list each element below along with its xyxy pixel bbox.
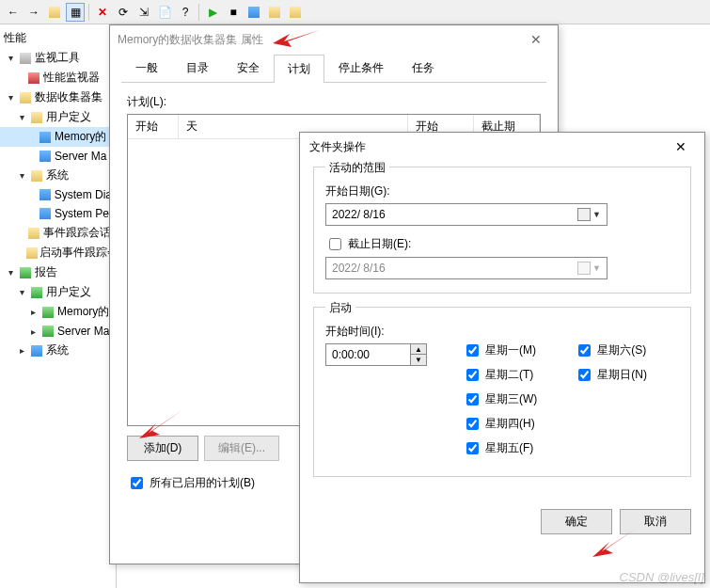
folder-dialog-titlebar[interactable]: 文件夹操作 ✕ [300, 133, 704, 161]
start-date-input[interactable]: 2022/ 8/16 ▼ [325, 203, 607, 226]
close-icon[interactable]: ✕ [522, 32, 550, 47]
save-icon[interactable] [265, 3, 284, 22]
grid-icon[interactable]: ▦ [66, 3, 85, 22]
up-icon[interactable] [45, 3, 64, 22]
start-time-input[interactable]: 0:00:00 ▲▼ [325, 343, 427, 366]
range-group-title: 活动的范围 [325, 160, 389, 176]
refresh-icon[interactable]: ⟳ [114, 3, 133, 22]
main-toolbar: ← → ▦ ✕ ⟳ ⇲ 📄 ? ▶ ■ [0, 0, 710, 24]
tree-reports[interactable]: ▾报告 [0, 262, 116, 282]
tree-startup-trace[interactable]: 启动事件跟踪会 [0, 243, 116, 262]
day-sun[interactable]: 星期日(N) [575, 366, 647, 384]
tree-memory-set2[interactable]: ▸Memory的 [0, 302, 116, 322]
tree-event-trace[interactable]: 事件跟踪会话 [0, 223, 116, 243]
tree-system2[interactable]: ▸系统 [0, 341, 116, 360]
day-fri[interactable]: 星期五(F) [463, 439, 537, 457]
watermark: CSDN @lives[I] [620, 570, 705, 584]
properties-tabs: 一般 目录 安全 计划 停止条件 任务 [121, 54, 546, 83]
tab-task[interactable]: 任务 [398, 54, 449, 82]
ok-button[interactable]: 确定 [541, 509, 612, 534]
stop-icon[interactable]: ■ [224, 3, 243, 22]
stop2-icon[interactable] [245, 3, 263, 22]
start-date-label: 开始日期(G): [325, 183, 679, 199]
end-date-input: 2022/ 8/16 ▼ [325, 257, 607, 279]
tree-monitor-tools[interactable]: ▾监视工具 [0, 48, 116, 68]
delete-icon[interactable]: ✕ [93, 3, 112, 22]
tree-memory-set[interactable]: Memory的 [0, 127, 116, 147]
launch-group-title: 启动 [325, 300, 355, 316]
day-mon[interactable]: 星期一(M) [463, 342, 537, 359]
tree-user-defined[interactable]: ▾用户定义 [0, 107, 116, 127]
tab-general[interactable]: 一般 [121, 54, 172, 82]
tree-system[interactable]: ▾系统 [0, 166, 116, 185]
add-icon[interactable] [286, 3, 305, 22]
range-group: 活动的范围 开始日期(G): 2022/ 8/16 ▼ 截止日期(E): 202… [313, 167, 691, 294]
folder-dialog-title: 文件夹操作 [309, 139, 667, 155]
forward-icon[interactable]: → [24, 3, 43, 22]
back-icon[interactable]: ← [4, 3, 23, 22]
calendar-icon [577, 262, 591, 275]
day-tue[interactable]: 星期二(T) [463, 366, 537, 384]
end-date-label: 截止日期(E): [348, 236, 411, 252]
play-icon[interactable]: ▶ [203, 3, 222, 22]
time-spinner[interactable]: ▲▼ [410, 344, 426, 365]
chevron-down-icon: ▼ [592, 263, 601, 273]
end-date-checkbox[interactable] [329, 238, 341, 250]
nav-tree[interactable]: 性能 ▾监视工具 性能监视器 ▾数据收集器集 ▾用户定义 Memory的 Ser… [0, 24, 117, 588]
add-button[interactable]: 添加(D) [127, 436, 198, 461]
tree-system-pe[interactable]: System Pe [0, 204, 116, 223]
cancel-button[interactable]: 取消 [620, 509, 691, 534]
chevron-down-icon[interactable]: ▼ [592, 210, 601, 219]
all-enabled-checkbox[interactable] [131, 477, 143, 489]
export-icon[interactable]: ⇲ [134, 3, 153, 22]
day-thu[interactable]: 星期四(H) [463, 415, 537, 433]
tab-schedule[interactable]: 计划 [274, 55, 324, 83]
tree-collector-sets[interactable]: ▾数据收集器集 [0, 87, 116, 107]
col-start[interactable]: 开始 [128, 115, 179, 138]
tree-root[interactable]: 性能 [0, 28, 116, 48]
tree-perf-monitor[interactable]: 性能监视器 [0, 68, 116, 87]
spin-up-icon: ▲ [411, 344, 426, 355]
start-time-label: 开始时间(I): [325, 324, 679, 340]
tab-stop[interactable]: 停止条件 [324, 54, 398, 82]
schedule-label: 计划(L): [127, 94, 541, 110]
spin-down-icon: ▼ [411, 355, 426, 365]
close-icon[interactable]: ✕ [667, 139, 695, 154]
tree-user-defined2[interactable]: ▾用户定义 [0, 282, 116, 302]
all-enabled-label: 所有已启用的计划(B) [150, 475, 255, 491]
doc-icon[interactable]: 📄 [155, 3, 174, 22]
day-wed[interactable]: 星期三(W) [463, 390, 537, 408]
folder-operation-dialog: 文件夹操作 ✕ 活动的范围 开始日期(G): 2022/ 8/16 ▼ 截止日期… [299, 132, 705, 583]
launch-group: 启动 开始时间(I): 0:00:00 ▲▼ 星期一(M) 星期二(T) 星期三… [313, 307, 691, 477]
tree-server-ma2[interactable]: ▸Server Ma [0, 322, 116, 341]
calendar-icon[interactable] [577, 208, 591, 221]
help-icon[interactable]: ? [176, 3, 195, 22]
properties-titlebar[interactable]: Memory的数据收集器集 属性 ✕ [110, 25, 558, 54]
tab-directory[interactable]: 目录 [172, 54, 223, 82]
edit-button: 编辑(E)... [204, 436, 279, 461]
tree-system-dia[interactable]: System Dia [0, 185, 116, 204]
tab-security[interactable]: 安全 [223, 54, 274, 82]
properties-title: Memory的数据收集器集 属性 [118, 32, 522, 48]
tree-server-ma[interactable]: Server Ma [0, 147, 116, 166]
day-sat[interactable]: 星期六(S) [575, 342, 647, 359]
